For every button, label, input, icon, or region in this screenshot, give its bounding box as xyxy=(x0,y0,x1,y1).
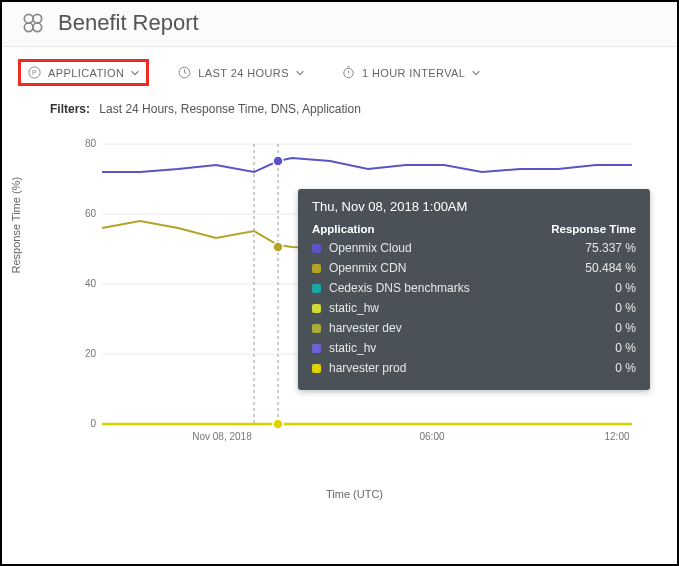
legend-swatch xyxy=(312,324,321,333)
marker-zero xyxy=(273,419,283,429)
tooltip-table: Application Response Time Openmix Cloud7… xyxy=(312,220,636,378)
legend-swatch xyxy=(312,284,321,293)
chart-tooltip: Thu, Nov 08, 2018 1:00AM Application Res… xyxy=(298,189,650,390)
timerange-label: LAST 24 HOURS xyxy=(198,67,289,79)
tooltip-row: harvester prod0 % xyxy=(312,358,636,378)
tooltip-row: Openmix CDN50.484 % xyxy=(312,258,636,278)
x-axis-label: Time (UTC) xyxy=(62,488,647,500)
tooltip-row: static_hw0 % xyxy=(312,298,636,318)
tooltip-timestamp: Thu, Nov 08, 2018 1:00AM xyxy=(312,199,636,214)
legend-swatch xyxy=(312,244,321,253)
svg-text:20: 20 xyxy=(85,348,97,359)
chevron-down-icon xyxy=(130,68,140,78)
svg-text:12:00: 12:00 xyxy=(604,431,629,442)
filters-summary: Filters: Last 24 Hours, Response Time, D… xyxy=(2,96,677,134)
header: Benefit Report xyxy=(2,2,677,47)
tooltip-col-app: Application xyxy=(312,220,523,238)
svg-text:0: 0 xyxy=(90,418,96,429)
controls-bar: P APPLICATION LAST 24 HOURS 1 HOUR INTER… xyxy=(2,47,677,96)
application-dropdown[interactable]: P APPLICATION xyxy=(18,59,149,86)
legend-swatch xyxy=(312,344,321,353)
svg-text:06:00: 06:00 xyxy=(419,431,444,442)
x-axis: Nov 08, 2018 06:00 12:00 xyxy=(192,431,630,442)
interval-label: 1 HOUR INTERVAL xyxy=(362,67,465,79)
svg-point-0 xyxy=(24,14,33,23)
svg-text:60: 60 xyxy=(85,208,97,219)
marker-openmix-cdn xyxy=(273,242,283,252)
platform-icon: P xyxy=(27,65,42,80)
legend-swatch xyxy=(312,304,321,313)
legend-swatch xyxy=(312,264,321,273)
timerange-dropdown[interactable]: LAST 24 HOURS xyxy=(169,60,313,85)
stopwatch-icon xyxy=(341,65,356,80)
svg-point-3 xyxy=(33,23,42,32)
page-title: Benefit Report xyxy=(58,10,199,36)
svg-text:40: 40 xyxy=(85,278,97,289)
svg-text:80: 80 xyxy=(85,138,97,149)
svg-point-1 xyxy=(33,14,42,23)
svg-point-2 xyxy=(24,23,33,32)
legend-swatch xyxy=(312,364,321,373)
interval-dropdown[interactable]: 1 HOUR INTERVAL xyxy=(333,60,489,85)
y-axis-label: Response Time (%) xyxy=(10,177,22,274)
svg-text:P: P xyxy=(32,69,37,76)
svg-text:Nov 08, 2018: Nov 08, 2018 xyxy=(192,431,252,442)
report-logo-icon xyxy=(20,10,46,36)
series-openmix-cloud xyxy=(102,158,632,172)
tooltip-row: Cedexis DNS benchmarks0 % xyxy=(312,278,636,298)
tooltip-row: harvester dev0 % xyxy=(312,318,636,338)
application-label: APPLICATION xyxy=(48,67,124,79)
filters-values: Last 24 Hours, Response Time, DNS, Appli… xyxy=(99,102,360,116)
marker-openmix-cloud xyxy=(273,156,283,166)
filters-label: Filters: xyxy=(50,102,90,116)
clock-icon xyxy=(177,65,192,80)
y-axis: 0 20 40 60 80 xyxy=(85,138,97,429)
chevron-down-icon xyxy=(471,68,481,78)
tooltip-row: static_hv0 % xyxy=(312,338,636,358)
chevron-down-icon xyxy=(295,68,305,78)
tooltip-row: Openmix Cloud75.337 % xyxy=(312,238,636,258)
tooltip-col-value: Response Time xyxy=(523,220,636,238)
